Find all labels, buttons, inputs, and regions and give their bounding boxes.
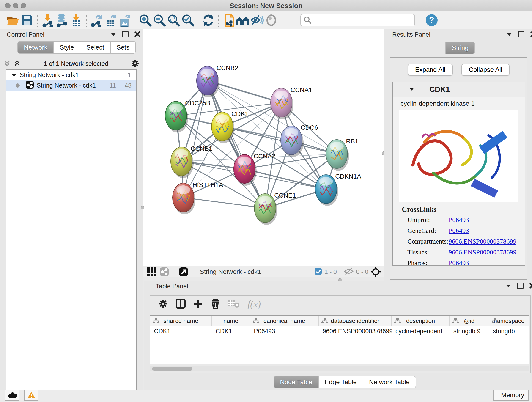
help-icon[interactable]: ?	[424, 13, 439, 27]
table-cell[interactable]: CDK1	[150, 326, 212, 336]
network-edge[interactable]	[222, 127, 337, 154]
column-header-canonical-name[interactable]: canonical name	[250, 316, 319, 326]
refresh-icon[interactable]	[201, 13, 215, 27]
zoom-fit-icon[interactable]	[167, 13, 181, 27]
table-cell[interactable]: stringdb:9...	[450, 326, 489, 336]
delete-column-icon[interactable]	[211, 298, 220, 310]
network-node-ccnb2[interactable]: CCNB2	[196, 64, 238, 97]
warnings-button[interactable]	[24, 390, 38, 401]
column-header-name[interactable]: name	[212, 316, 250, 326]
function-builder-icon[interactable]: f(x)	[247, 299, 261, 310]
maximize-table-panel-icon[interactable]	[517, 282, 524, 289]
network-canvas[interactable]: CCNB2CCNA1CDC25BCDK1CDC6RB1CCNB1CCNA2CDK…	[143, 29, 385, 266]
maximize-results-icon[interactable]	[518, 31, 525, 38]
network-node-ccna1[interactable]: CCNA1	[271, 86, 312, 119]
collapse-all-button[interactable]: Collapse All	[462, 64, 510, 76]
network-node-ccnb1[interactable]: CCNB1	[171, 145, 212, 178]
tab-edge-table[interactable]: Edge Table	[319, 376, 363, 388]
table-cell[interactable]: 9606.ENSP00000378699	[319, 326, 392, 336]
table-cell[interactable]: cyclin-dependent ...	[392, 326, 450, 336]
network-share-icon[interactable]	[158, 265, 171, 279]
tab-network-table[interactable]: Network Table	[363, 376, 416, 388]
search-input[interactable]	[312, 17, 409, 24]
network-node-cdc6[interactable]: CDC6	[281, 124, 318, 157]
network-node-cdc25b[interactable]: CDC25B	[165, 99, 210, 133]
network-node-cdk1[interactable]: CDK1	[211, 110, 249, 143]
tab-style[interactable]: Style	[54, 41, 80, 54]
zoom-out-icon[interactable]	[152, 13, 167, 27]
network-options-gear-icon[interactable]	[131, 59, 139, 68]
tab-sets[interactable]: Sets	[111, 41, 136, 54]
column-header-namespace[interactable]: namespace	[489, 316, 530, 326]
close-panel-icon[interactable]	[134, 31, 141, 38]
delete-table-icon[interactable]	[228, 299, 240, 309]
tab-string-results[interactable]: String	[445, 42, 475, 54]
hide-graphics-icon[interactable]	[250, 13, 264, 27]
save-session-icon[interactable]	[20, 13, 34, 27]
column-header-shared-name[interactable]: shared name	[150, 316, 212, 326]
network-node-cdkn1a[interactable]: CDKN1A	[315, 173, 361, 206]
network-edge[interactable]	[183, 198, 265, 208]
show-graphics-icon[interactable]	[264, 13, 278, 27]
export-network-icon[interactable]	[89, 13, 104, 27]
network-edge[interactable]	[183, 81, 207, 198]
gene-expand-icon[interactable]	[409, 87, 415, 92]
network-node-hist1h1a[interactable]: HIST1H1A	[172, 181, 223, 214]
table-cell[interactable]: stringdb	[489, 326, 530, 336]
float-table-panel-icon[interactable]	[505, 282, 512, 289]
crosslink-link[interactable]: P06493	[449, 259, 469, 267]
network-node-ccne1[interactable]: CCNE1	[254, 192, 296, 225]
crosslink-link[interactable]: P06493	[449, 216, 469, 224]
open-in-window-icon[interactable]	[177, 265, 190, 279]
zoom-in-icon[interactable]	[138, 13, 152, 27]
selected-checkbox-icon[interactable]	[314, 268, 322, 276]
export-table-icon[interactable]	[104, 13, 118, 27]
expand-all-networks-icon[interactable]	[13, 59, 21, 68]
network-edge[interactable]	[207, 81, 265, 208]
table-cell[interactable]: P06493	[250, 326, 319, 336]
show-columns-icon[interactable]	[176, 299, 186, 310]
import-table-icon[interactable]	[69, 13, 83, 27]
open-session-icon[interactable]	[6, 13, 20, 27]
expand-all-button[interactable]: Expand All	[408, 64, 453, 76]
search-field[interactable]	[300, 14, 415, 26]
import-network-icon[interactable]	[41, 13, 55, 27]
column-header-database-identifier[interactable]: database identifier	[319, 316, 392, 326]
import-database-icon[interactable]	[55, 13, 69, 27]
network-row[interactable]: String Network - cdk1 11 48	[6, 80, 136, 91]
crosslink-link[interactable]: P06493	[449, 227, 469, 235]
collection-expand-icon[interactable]	[12, 71, 17, 79]
tab-select[interactable]: Select	[80, 41, 111, 54]
table-horizontal-scrollbar[interactable]	[150, 366, 529, 371]
collapse-all-networks-icon[interactable]	[3, 59, 11, 68]
column-header--id[interactable]: @id	[450, 316, 489, 326]
memory-button[interactable]: Memory	[493, 390, 529, 401]
network-node-rb1[interactable]: RB1	[326, 138, 358, 171]
crosslink-link[interactable]: 9606.ENSP00000378699	[449, 249, 516, 256]
crosslink-link[interactable]: 9606.ENSP00000378699	[449, 238, 516, 245]
table-row[interactable]: CDK1CDK1P064939606.ENSP00000378699cyclin…	[150, 326, 529, 336]
close-results-icon[interactable]	[530, 31, 532, 38]
home-pair-icon[interactable]	[236, 13, 250, 27]
string-import-icon[interactable]	[222, 13, 236, 27]
cloud-button[interactable]	[5, 390, 19, 401]
column-header-description[interactable]: description	[392, 316, 450, 326]
tab-node-table[interactable]: Node Table	[273, 376, 319, 388]
add-column-icon[interactable]	[193, 299, 203, 309]
network-collection-row[interactable]: String Network - cdk1 1	[6, 70, 136, 80]
tab-network[interactable]: Network	[17, 41, 54, 54]
birds-eye-view-icon[interactable]	[368, 265, 383, 279]
grid-view-icon[interactable]	[146, 265, 158, 279]
zoom-selected-icon[interactable]	[181, 13, 195, 27]
table-settings-gear-icon[interactable]	[158, 299, 168, 309]
maximize-panel-icon[interactable]	[122, 31, 129, 38]
hidden-eye-icon[interactable]	[344, 267, 354, 276]
left-splitter-handle[interactable]	[141, 206, 144, 210]
toolbar-separator	[86, 14, 87, 27]
close-table-panel-icon[interactable]	[529, 282, 532, 289]
scrollbar-thumb[interactable]	[152, 367, 192, 370]
float-results-icon[interactable]	[506, 31, 513, 38]
export-image-icon[interactable]	[118, 13, 132, 27]
table-cell[interactable]: CDK1	[212, 326, 250, 336]
float-panel-icon[interactable]	[110, 31, 117, 38]
